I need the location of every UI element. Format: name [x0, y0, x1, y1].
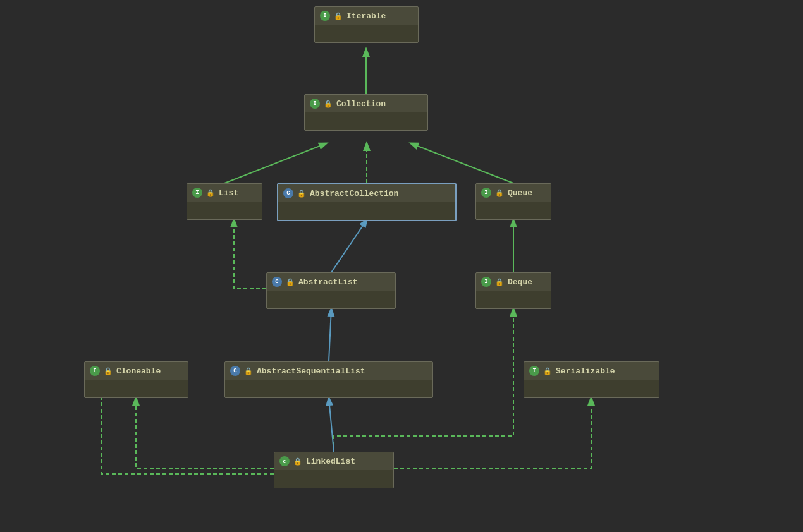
- label-serializable: Serializable: [556, 366, 615, 376]
- badge-cloneable: I: [90, 366, 100, 376]
- badge-list: I: [192, 188, 202, 198]
- node-cloneable[interactable]: I 🔒 Cloneable: [84, 361, 188, 398]
- label-collection: Collection: [336, 99, 386, 109]
- svg-line-7: [329, 398, 334, 452]
- label-abstractlist: AbstractList: [298, 277, 358, 287]
- node-serializable[interactable]: I 🔒 Serializable: [524, 361, 659, 398]
- badge-queue: I: [481, 188, 491, 198]
- label-linkedlist: LinkedList: [306, 457, 355, 466]
- node-iterable[interactable]: I 🔒 Iterable: [314, 6, 419, 43]
- label-iterable: Iterable: [346, 11, 386, 21]
- label-abstractsequentiallist: AbstractSequentialList: [257, 366, 365, 376]
- svg-line-5: [329, 309, 331, 361]
- node-queue[interactable]: I 🔒 Queue: [475, 183, 551, 220]
- label-queue: Queue: [508, 188, 532, 198]
- node-list[interactable]: I 🔒 List: [187, 183, 262, 220]
- node-abstractsequentiallist[interactable]: C 🔒 AbstractSequentialList: [224, 361, 433, 398]
- node-abstractlist[interactable]: C 🔒 AbstractList: [266, 272, 396, 309]
- badge-serializable: I: [529, 366, 539, 376]
- badge-abstractcollection: C: [283, 188, 293, 198]
- label-list: List: [219, 188, 238, 198]
- node-collection[interactable]: I 🔒 Collection: [304, 94, 428, 131]
- label-abstractcollection: AbstractCollection: [310, 189, 398, 198]
- node-abstractcollection[interactable]: C 🔒 AbstractCollection: [277, 183, 457, 221]
- label-deque: Deque: [508, 277, 532, 287]
- connections-svg: [0, 0, 803, 532]
- svg-line-4: [331, 220, 367, 272]
- badge-abstractsequentiallist: C: [230, 366, 240, 376]
- svg-line-3: [411, 143, 513, 183]
- badge-deque: I: [481, 277, 491, 287]
- diagram-canvas: I 🔒 Iterable I 🔒 Collection I 🔒 List C 🔒…: [0, 0, 803, 532]
- badge-iterable: I: [320, 11, 330, 21]
- svg-line-1: [224, 143, 326, 183]
- label-cloneable: Cloneable: [116, 366, 161, 376]
- badge-collection: I: [310, 99, 320, 109]
- node-linkedlist[interactable]: C 🔒 LinkedList: [274, 452, 394, 488]
- badge-abstractlist: C: [272, 277, 282, 287]
- badge-linkedlist: C: [279, 456, 290, 466]
- node-deque[interactable]: I 🔒 Deque: [475, 272, 551, 309]
